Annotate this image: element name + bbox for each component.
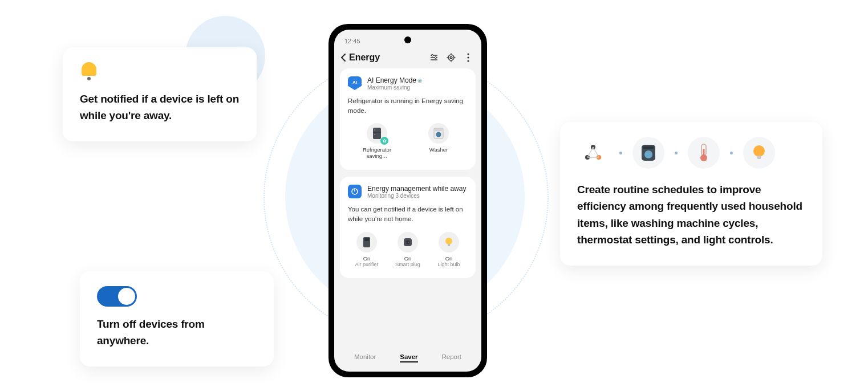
device-label: Smart plug [395, 262, 420, 267]
device-sublabel: saving… [367, 153, 388, 160]
device-refrigerator[interactable]: ✿ Refrigerator saving… [359, 123, 395, 160]
svg-rect-31 [435, 129, 442, 131]
feature-card-toggle-text: Turn off devices from anywhere. [97, 316, 257, 349]
panel-away-subtitle: Monitoring 3 devices [367, 193, 466, 199]
toggle-thumb [118, 288, 135, 305]
air-purifier-icon [356, 232, 377, 252]
phone-screen: 12:45 Energy [334, 30, 481, 372]
svg-point-4 [644, 150, 652, 158]
panel-ai-description: Refrigerator is running in Energy saving… [348, 96, 468, 115]
svg-point-9 [753, 145, 765, 157]
tab-saver[interactable]: Saver [400, 353, 417, 362]
dot-separator [619, 152, 622, 154]
thermostat-icon [688, 137, 720, 169]
svg-rect-10 [757, 156, 761, 159]
svg-point-14 [431, 54, 433, 56]
svg-point-15 [435, 56, 436, 58]
washer-icon [632, 137, 664, 169]
svg-point-23 [467, 56, 469, 58]
svg-rect-8 [703, 149, 705, 157]
scroll-area[interactable]: AI AI Energy Mode❀ Maximum saving Refrig… [334, 68, 481, 348]
svg-point-37 [406, 240, 410, 244]
device-label: Air purifier [355, 262, 378, 267]
washer-icon [428, 123, 449, 144]
svg-point-28 [374, 135, 375, 136]
svg-point-27 [374, 130, 375, 131]
bottom-tabs: Monitor Saver Report [334, 348, 481, 372]
device-washer[interactable]: Washer [421, 123, 456, 160]
svg-point-39 [408, 242, 409, 243]
panel-away-description: You can get notified if a device is left… [348, 205, 468, 223]
svg-point-38 [407, 242, 408, 243]
eco-badge-icon: ✿ [380, 137, 388, 145]
feature-card-notify: Get notified if a device is left on whil… [63, 47, 257, 141]
panel-away[interactable]: Energy management while away Monitoring … [340, 177, 476, 278]
tab-monitor[interactable]: Monitor [354, 353, 376, 362]
app-header: Energy [334, 47, 481, 68]
more-icon[interactable] [463, 52, 473, 63]
feature-card-routine-text: Create routine schedules to improve effi… [577, 181, 805, 248]
svg-point-16 [448, 55, 454, 60]
camera-dot [404, 36, 411, 43]
power-badge-icon [348, 185, 362, 198]
feature-card-toggle: Turn off devices from anywhere. [80, 271, 274, 366]
device-status: On [445, 256, 453, 262]
device-light-bulb[interactable]: On Light bulb [431, 232, 467, 268]
page-title: Energy [349, 52, 422, 63]
bell-icon [80, 62, 98, 80]
svg-rect-5 [643, 146, 654, 149]
feature-card-notify-text: Get notified if a device is left on whil… [80, 91, 240, 124]
svg-point-40 [445, 238, 452, 245]
routine-icon [577, 137, 609, 169]
leaf-icon: ❀ [417, 78, 422, 84]
gear-icon[interactable] [446, 52, 456, 63]
lightbulb-icon [743, 137, 775, 169]
device-label: Washer [429, 147, 448, 153]
device-status: On [404, 256, 412, 262]
svg-rect-35 [364, 238, 369, 241]
smart-plug-icon [398, 232, 418, 252]
dot-separator [730, 152, 733, 154]
lightbulb-icon [439, 232, 459, 252]
svg-rect-25 [373, 128, 381, 139]
device-smart-plug[interactable]: On Smart plug [390, 232, 425, 268]
panel-away-title: Energy management while away [367, 185, 466, 193]
ai-badge-icon: AI [348, 76, 362, 90]
back-button[interactable] [340, 53, 347, 62]
phone-frame: 12:45 Energy [328, 24, 487, 377]
refrigerator-icon: ✿ [367, 123, 387, 144]
svg-rect-41 [448, 244, 450, 246]
panel-ai-energy[interactable]: AI AI Energy Mode❀ Maximum saving Refrig… [340, 68, 476, 170]
panel-ai-title: AI Energy Mode❀ [367, 76, 422, 84]
tab-report[interactable]: Report [442, 353, 462, 362]
device-status: On [363, 256, 371, 262]
svg-point-17 [450, 56, 452, 59]
device-air-purifier[interactable]: On Air purifier [349, 232, 384, 268]
panel-ai-subtitle: Maximum saving [367, 84, 422, 91]
feature-card-routine: Create routine schedules to improve effi… [560, 122, 822, 266]
device-label: Light bulb [437, 262, 460, 267]
status-time: 12:45 [344, 38, 360, 44]
filter-icon[interactable] [429, 52, 439, 63]
svg-point-30 [436, 132, 441, 137]
dot-separator [675, 152, 678, 154]
toggle-switch[interactable] [97, 286, 137, 307]
svg-point-22 [467, 53, 469, 55]
svg-point-24 [467, 60, 469, 62]
